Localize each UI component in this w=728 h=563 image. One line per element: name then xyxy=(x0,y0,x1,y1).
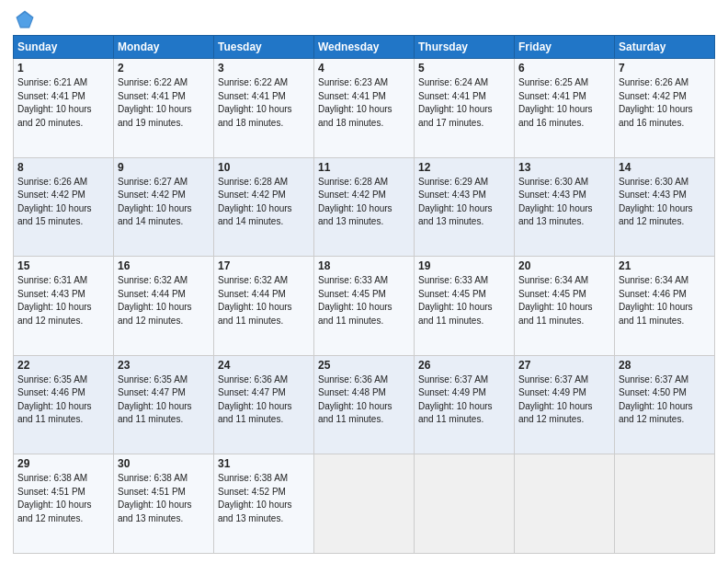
weekday-header-sunday: Sunday xyxy=(14,36,114,59)
calendar-cell: 26Sunrise: 6:37 AM Sunset: 4:49 PM Dayli… xyxy=(415,355,515,454)
cell-day-number: 15 xyxy=(17,259,109,272)
calendar-week-3: 15Sunrise: 6:31 AM Sunset: 4:43 PM Dayli… xyxy=(14,257,715,356)
cell-info: Sunrise: 6:26 AM Sunset: 4:42 PM Dayligh… xyxy=(619,76,711,130)
cell-info: Sunrise: 6:38 AM Sunset: 4:51 PM Dayligh… xyxy=(118,472,210,525)
page: SundayMondayTuesdayWednesdayThursdayFrid… xyxy=(0,0,728,563)
calendar-cell: 28Sunrise: 6:37 AM Sunset: 4:50 PM Dayli… xyxy=(615,355,715,454)
calendar-cell: 8Sunrise: 6:26 AM Sunset: 4:42 PM Daylig… xyxy=(14,157,114,257)
calendar-cell: 1Sunrise: 6:21 AM Sunset: 4:41 PM Daylig… xyxy=(14,59,114,158)
calendar-cell: 11Sunrise: 6:28 AM Sunset: 4:42 PM Dayli… xyxy=(314,157,415,257)
calendar-week-5: 29Sunrise: 6:38 AM Sunset: 4:51 PM Dayli… xyxy=(14,454,715,554)
calendar-cell: 10Sunrise: 6:28 AM Sunset: 4:42 PM Dayli… xyxy=(214,157,314,257)
calendar-cell: 4Sunrise: 6:23 AM Sunset: 4:41 PM Daylig… xyxy=(314,59,415,158)
cell-info: Sunrise: 6:28 AM Sunset: 4:42 PM Dayligh… xyxy=(218,176,310,229)
calendar-week-1: 1Sunrise: 6:21 AM Sunset: 4:41 PM Daylig… xyxy=(14,59,715,158)
cell-day-number: 4 xyxy=(318,62,410,75)
cell-info: Sunrise: 6:36 AM Sunset: 4:48 PM Dayligh… xyxy=(318,373,410,427)
calendar-cell: 22Sunrise: 6:35 AM Sunset: 4:46 PM Dayli… xyxy=(14,355,114,454)
calendar-cell: 23Sunrise: 6:35 AM Sunset: 4:47 PM Dayli… xyxy=(114,355,214,454)
weekday-header-monday: Monday xyxy=(114,36,214,59)
weekday-header-friday: Friday xyxy=(515,36,615,59)
calendar-cell: 2Sunrise: 6:22 AM Sunset: 4:41 PM Daylig… xyxy=(114,59,214,158)
calendar-cell: 6Sunrise: 6:25 AM Sunset: 4:41 PM Daylig… xyxy=(515,59,615,158)
calendar-cell: 31Sunrise: 6:38 AM Sunset: 4:52 PM Dayli… xyxy=(214,454,314,554)
cell-info: Sunrise: 6:31 AM Sunset: 4:43 PM Dayligh… xyxy=(17,274,109,327)
calendar-cell: 14Sunrise: 6:30 AM Sunset: 4:43 PM Dayli… xyxy=(615,157,715,257)
calendar-cell: 29Sunrise: 6:38 AM Sunset: 4:51 PM Dayli… xyxy=(14,454,114,554)
logo xyxy=(13,9,37,29)
cell-info: Sunrise: 6:26 AM Sunset: 4:42 PM Dayligh… xyxy=(17,176,109,229)
cell-day-number: 10 xyxy=(218,161,310,174)
weekday-header-wednesday: Wednesday xyxy=(314,36,415,59)
calendar-cell: 25Sunrise: 6:36 AM Sunset: 4:48 PM Dayli… xyxy=(314,355,415,454)
cell-day-number: 18 xyxy=(318,259,410,272)
weekday-header-tuesday: Tuesday xyxy=(214,36,314,59)
calendar-cell: 18Sunrise: 6:33 AM Sunset: 4:45 PM Dayli… xyxy=(314,257,415,356)
calendar-cell: 13Sunrise: 6:30 AM Sunset: 4:43 PM Dayli… xyxy=(515,157,615,257)
cell-day-number: 31 xyxy=(218,457,310,470)
cell-info: Sunrise: 6:37 AM Sunset: 4:49 PM Dayligh… xyxy=(418,373,510,427)
cell-day-number: 20 xyxy=(518,259,610,272)
calendar-cell: 12Sunrise: 6:29 AM Sunset: 4:43 PM Dayli… xyxy=(415,157,515,257)
cell-day-number: 30 xyxy=(118,457,210,470)
calendar-cell: 30Sunrise: 6:38 AM Sunset: 4:51 PM Dayli… xyxy=(114,454,214,554)
cell-day-number: 3 xyxy=(218,62,310,75)
calendar-cell: 5Sunrise: 6:24 AM Sunset: 4:41 PM Daylig… xyxy=(415,59,515,158)
cell-info: Sunrise: 6:38 AM Sunset: 4:52 PM Dayligh… xyxy=(218,472,310,525)
cell-day-number: 27 xyxy=(518,359,610,372)
cell-day-number: 26 xyxy=(418,359,510,372)
cell-day-number: 19 xyxy=(418,259,510,272)
cell-day-number: 25 xyxy=(318,359,410,372)
cell-day-number: 22 xyxy=(17,359,109,372)
calendar-cell: 9Sunrise: 6:27 AM Sunset: 4:42 PM Daylig… xyxy=(114,157,214,257)
cell-day-number: 11 xyxy=(318,161,410,174)
calendar-cell xyxy=(615,454,715,554)
weekday-header-thursday: Thursday xyxy=(415,36,515,59)
calendar-cell: 20Sunrise: 6:34 AM Sunset: 4:45 PM Dayli… xyxy=(515,257,615,356)
calendar-cell xyxy=(515,454,615,554)
cell-day-number: 2 xyxy=(118,62,210,75)
cell-day-number: 9 xyxy=(118,161,210,174)
weekday-header-saturday: Saturday xyxy=(615,36,715,59)
cell-info: Sunrise: 6:33 AM Sunset: 4:45 PM Dayligh… xyxy=(318,274,410,327)
calendar-week-4: 22Sunrise: 6:35 AM Sunset: 4:46 PM Dayli… xyxy=(14,355,715,454)
cell-info: Sunrise: 6:32 AM Sunset: 4:44 PM Dayligh… xyxy=(218,274,310,327)
cell-info: Sunrise: 6:38 AM Sunset: 4:51 PM Dayligh… xyxy=(17,472,109,525)
cell-info: Sunrise: 6:25 AM Sunset: 4:41 PM Dayligh… xyxy=(518,76,610,130)
calendar-table: SundayMondayTuesdayWednesdayThursdayFrid… xyxy=(13,35,715,554)
cell-day-number: 8 xyxy=(17,161,109,174)
cell-day-number: 13 xyxy=(518,161,610,174)
cell-info: Sunrise: 6:32 AM Sunset: 4:44 PM Dayligh… xyxy=(118,274,210,327)
calendar-week-2: 8Sunrise: 6:26 AM Sunset: 4:42 PM Daylig… xyxy=(14,157,715,257)
logo-icon xyxy=(15,9,35,29)
cell-day-number: 24 xyxy=(218,359,310,372)
cell-info: Sunrise: 6:27 AM Sunset: 4:42 PM Dayligh… xyxy=(118,176,210,229)
cell-info: Sunrise: 6:30 AM Sunset: 4:43 PM Dayligh… xyxy=(619,176,711,229)
calendar-cell: 24Sunrise: 6:36 AM Sunset: 4:47 PM Dayli… xyxy=(214,355,314,454)
cell-info: Sunrise: 6:37 AM Sunset: 4:50 PM Dayligh… xyxy=(619,373,711,427)
cell-day-number: 29 xyxy=(17,457,109,470)
cell-day-number: 17 xyxy=(218,259,310,272)
cell-day-number: 7 xyxy=(619,62,711,75)
cell-info: Sunrise: 6:33 AM Sunset: 4:45 PM Dayligh… xyxy=(418,274,510,327)
calendar-cell: 15Sunrise: 6:31 AM Sunset: 4:43 PM Dayli… xyxy=(14,257,114,356)
calendar-cell: 3Sunrise: 6:22 AM Sunset: 4:41 PM Daylig… xyxy=(214,59,314,158)
cell-info: Sunrise: 6:22 AM Sunset: 4:41 PM Dayligh… xyxy=(118,76,210,130)
cell-day-number: 16 xyxy=(118,259,210,272)
calendar-cell: 27Sunrise: 6:37 AM Sunset: 4:49 PM Dayli… xyxy=(515,355,615,454)
cell-day-number: 14 xyxy=(619,161,711,174)
cell-info: Sunrise: 6:23 AM Sunset: 4:41 PM Dayligh… xyxy=(318,76,410,130)
cell-day-number: 5 xyxy=(418,62,510,75)
weekday-header-row: SundayMondayTuesdayWednesdayThursdayFrid… xyxy=(14,36,715,59)
cell-day-number: 6 xyxy=(518,62,610,75)
cell-day-number: 12 xyxy=(418,161,510,174)
cell-info: Sunrise: 6:29 AM Sunset: 4:43 PM Dayligh… xyxy=(418,176,510,229)
cell-info: Sunrise: 6:34 AM Sunset: 4:46 PM Dayligh… xyxy=(619,274,711,327)
cell-info: Sunrise: 6:21 AM Sunset: 4:41 PM Dayligh… xyxy=(17,76,109,130)
cell-info: Sunrise: 6:37 AM Sunset: 4:49 PM Dayligh… xyxy=(518,373,610,427)
cell-info: Sunrise: 6:30 AM Sunset: 4:43 PM Dayligh… xyxy=(518,176,610,229)
cell-day-number: 28 xyxy=(619,359,711,372)
calendar-cell xyxy=(314,454,415,554)
header xyxy=(13,9,715,29)
cell-info: Sunrise: 6:34 AM Sunset: 4:45 PM Dayligh… xyxy=(518,274,610,327)
